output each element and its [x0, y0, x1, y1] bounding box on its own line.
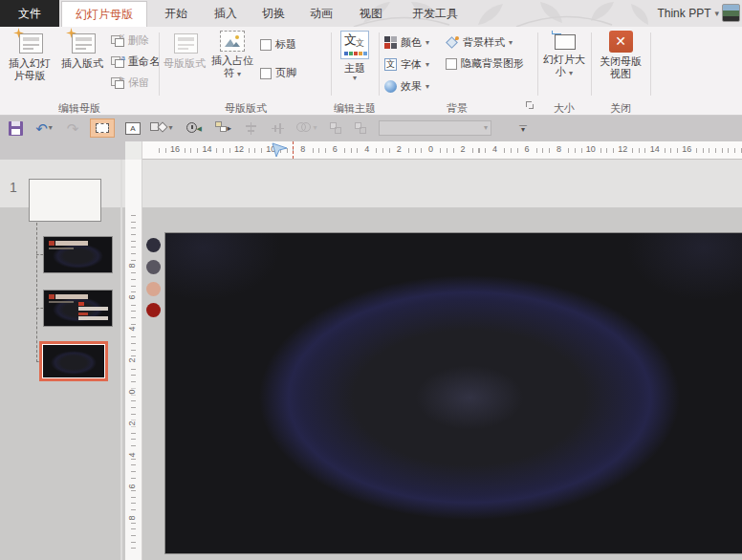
v-ruler-number: 6 [127, 293, 137, 300]
textbox-tool-button[interactable]: A [122, 118, 143, 138]
ruler-corner-box [125, 141, 142, 160]
undo-icon: ↶ [35, 121, 48, 136]
rename-button[interactable]: a 重命名 [111, 53, 160, 71]
hide-background-graphics-row[interactable]: 隐藏背景图形 [446, 56, 524, 71]
v-ruler-number: 6 [127, 483, 137, 489]
placeholder-tool-button[interactable] [90, 118, 115, 138]
selection-tool-button[interactable]: ▸ [212, 118, 233, 138]
v-ruler-number: 4 [127, 451, 137, 458]
h-ruler-number: 10 [584, 144, 598, 154]
customize-qat-button[interactable]: — ▾ [516, 119, 530, 135]
delete-label: 删除 [128, 33, 149, 48]
shapes-tool-button[interactable]: ▾ [147, 118, 176, 138]
edit-theme-group-label: 编辑主题 [333, 101, 377, 116]
edit-master-group-label: 编辑母版 [4, 101, 155, 116]
ruler-position-marker [293, 141, 294, 159]
thumb-subtitle-bar [49, 248, 74, 249]
title-checkbox[interactable] [260, 39, 272, 51]
layout-connector-line [36, 223, 37, 362]
layout-thumbnail-1[interactable] [43, 236, 113, 273]
v-ruler-number: 2 [127, 420, 137, 426]
master-layout-button: 母版版式 [163, 31, 207, 70]
chevron-down-icon: ▾ [426, 39, 429, 47]
h-ruler-number: 12 [616, 144, 629, 154]
background-styles-button[interactable]: 背景样式 ▾ [446, 33, 513, 52]
selected-thumb-slide [43, 345, 104, 377]
fonts-button[interactable]: 文 字体 ▾ [384, 55, 429, 74]
align-icon [272, 122, 284, 135]
insert-layout-button[interactable]: 插入版式 [57, 31, 107, 70]
h-ruler-number: 16 [168, 144, 182, 154]
style-combo-box: ▾ [379, 120, 491, 136]
close-master-view-button[interactable]: ✕ 关闭母版视图 [595, 31, 646, 80]
v-ruler-number: 2 [127, 356, 137, 363]
h-ruler-number: 6 [331, 144, 339, 154]
slide-layout-icon [68, 31, 97, 54]
colors-button[interactable]: 颜色 ▾ [384, 33, 429, 52]
h-ruler-number: 8 [298, 144, 307, 154]
chevron-down-icon: ▾ [168, 124, 172, 132]
insert-placeholder-label: 插入占位符 ▾ [208, 54, 256, 79]
themes-icon: 文 文 [340, 31, 369, 59]
palette-color-dot[interactable] [146, 282, 161, 296]
save-icon [9, 121, 23, 136]
chevron-down-icon: ▾ [49, 124, 53, 132]
background-group-label: 背景 [382, 101, 532, 116]
horizontal-ruler[interactable]: 1614121086420246810121416 [142, 141, 742, 160]
merge-shapes-button: ▾ [293, 118, 321, 138]
bring-forward-icon [330, 122, 343, 135]
animation-timing-button[interactable]: ◀ [184, 118, 205, 138]
slide-editing-surface[interactable] [164, 232, 742, 554]
tab-transitions[interactable]: 切换 [251, 0, 296, 27]
mouse-cursor-icon [272, 142, 289, 158]
h-ruler-number: 14 [648, 144, 662, 154]
account-avatar[interactable] [722, 4, 740, 22]
vertical-ruler[interactable]: 864202468 [125, 160, 142, 560]
insert-placeholder-button[interactable]: 插入占位符 ▾ [208, 31, 256, 79]
insert-layout-label: 插入版式 [61, 57, 103, 70]
tab-file[interactable]: 文件 [0, 0, 59, 27]
title-checkbox-row[interactable]: 标题 [260, 37, 296, 52]
h-ruler-number: 16 [680, 144, 693, 154]
effects-button[interactable]: 效果 ▾ [384, 77, 429, 96]
tab-insert[interactable]: 插入 [203, 0, 249, 27]
layout-thumbnail-2[interactable] [43, 290, 113, 327]
h-ruler-number: 0 [426, 144, 435, 154]
themes-button[interactable]: 文 文 主题 ▾ [335, 31, 375, 82]
chevron-down-icon: ▾ [426, 61, 429, 69]
undo-button[interactable]: ↶ ▾ [31, 118, 57, 138]
tab-home[interactable]: 开始 [151, 0, 201, 27]
thumb-title-placeholder [49, 241, 88, 246]
preserve-label: 保留 [128, 75, 149, 90]
panel-splitter[interactable] [120, 160, 122, 560]
master-slide-thumbnail[interactable] [29, 179, 101, 222]
background-styles-icon [446, 36, 459, 49]
group-separator [159, 32, 160, 96]
h-ruler-number: 2 [395, 144, 404, 154]
thumb-content-bar [78, 316, 108, 320]
insert-slide-master-button[interactable]: 插入幻灯片母版 [4, 31, 55, 82]
send-backward-button [352, 118, 371, 138]
tab-slide-master[interactable]: 幻灯片母版 [61, 1, 147, 27]
thumb-content-accent [78, 312, 88, 315]
hide-background-graphics-checkbox[interactable] [446, 58, 457, 70]
send-backward-icon [355, 122, 368, 135]
hide-background-graphics-label: 隐藏背景图形 [461, 56, 524, 71]
background-dialog-launcher-icon[interactable] [526, 101, 535, 110]
tab-developer[interactable]: 开发工具 [400, 0, 470, 27]
tab-animations[interactable]: 动画 [298, 0, 344, 27]
footer-checkbox-row[interactable]: 页脚 [260, 66, 296, 80]
save-button[interactable] [6, 118, 25, 138]
footer-checkbox[interactable] [260, 68, 272, 79]
plugin-menu[interactable]: Think PPT ▾ [657, 0, 719, 27]
slide-size-button[interactable]: 幻灯片大小 ▾ [541, 31, 587, 78]
layout-thumbnail-3-selected[interactable] [39, 341, 108, 381]
palette-color-dot[interactable] [146, 260, 161, 274]
palette-color-dot[interactable] [146, 303, 161, 317]
h-ruler-number: 8 [555, 144, 563, 154]
slide-center-watermark [398, 355, 541, 441]
tab-view[interactable]: 视图 [348, 0, 394, 27]
palette-color-dot[interactable] [146, 238, 161, 252]
chevron-down-icon: ▾ [313, 124, 316, 132]
title-bar: 文件 幻灯片母版 开始 插入 切换 动画 视图 开发工具 Think PPT ▾ [0, 0, 742, 27]
